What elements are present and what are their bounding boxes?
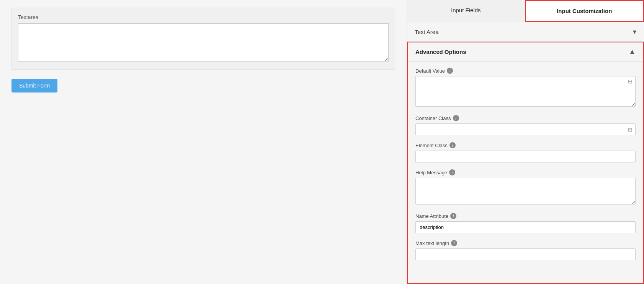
field-group-element-class: Element Class i	[415, 142, 636, 162]
textarea-label: Textarea	[18, 14, 389, 20]
advanced-options-section: Advanced Options ▲ Default Value i ⊟ Con…	[407, 42, 644, 284]
info-icon-default-value: i	[447, 68, 453, 74]
field-group-container-class: Container Class i ⊟	[415, 115, 636, 135]
field-group-name-attribute: Name Attribute i	[415, 213, 636, 233]
field-group-max-text-length: Max text length i	[415, 240, 636, 260]
help-message-input[interactable]	[415, 178, 636, 204]
default-value-icon: ⊟	[628, 78, 633, 84]
textarea-form-section: Textarea	[11, 8, 395, 70]
field-label-element-class: Element Class i	[415, 142, 636, 148]
text-area-row[interactable]: Text Area ▾	[407, 22, 644, 42]
field-group-help-message: Help Message i	[415, 169, 636, 206]
advanced-options-title: Advanced Options	[415, 49, 466, 55]
text-area-label: Text Area	[415, 29, 439, 35]
field-label-default-value: Default Value i	[415, 68, 636, 74]
info-icon-name-attribute: i	[450, 213, 456, 219]
right-panel: Input Fields Input Customization Text Ar…	[407, 0, 644, 284]
container-class-input[interactable]	[415, 123, 636, 135]
field-label-help-message: Help Message i	[415, 169, 636, 175]
element-class-input[interactable]	[415, 151, 636, 162]
info-icon-container-class: i	[453, 115, 459, 121]
default-value-wrapper: ⊟	[415, 76, 636, 108]
collapse-icon: ▲	[629, 48, 636, 56]
field-label-max-text-length: Max text length i	[415, 240, 636, 246]
submit-form-button[interactable]: Submit Form	[11, 79, 57, 93]
default-value-input[interactable]	[415, 76, 636, 107]
tab-input-fields[interactable]: Input Fields	[407, 0, 525, 22]
field-label-container-class: Container Class i	[415, 115, 636, 121]
container-class-icon: ⊟	[628, 127, 633, 133]
text-area-chevron-icon: ▾	[633, 28, 636, 36]
container-class-wrapper: ⊟	[415, 123, 636, 135]
info-icon-element-class: i	[449, 142, 456, 148]
left-panel: Textarea Submit Form	[0, 0, 407, 284]
tab-input-customization[interactable]: Input Customization	[525, 0, 644, 22]
info-icon-help-message: i	[449, 169, 455, 175]
main-textarea[interactable]	[18, 23, 389, 62]
info-icon-max-text-length: i	[451, 240, 457, 246]
field-group-default-value: Default Value i ⊟	[415, 68, 636, 108]
tab-bar: Input Fields Input Customization	[407, 0, 644, 22]
advanced-options-body: Default Value i ⊟ Container Class i ⊟	[408, 62, 643, 273]
name-attribute-input[interactable]	[415, 221, 636, 233]
max-text-length-input[interactable]	[415, 248, 636, 260]
advanced-options-header[interactable]: Advanced Options ▲	[408, 42, 643, 62]
field-label-name-attribute: Name Attribute i	[415, 213, 636, 219]
